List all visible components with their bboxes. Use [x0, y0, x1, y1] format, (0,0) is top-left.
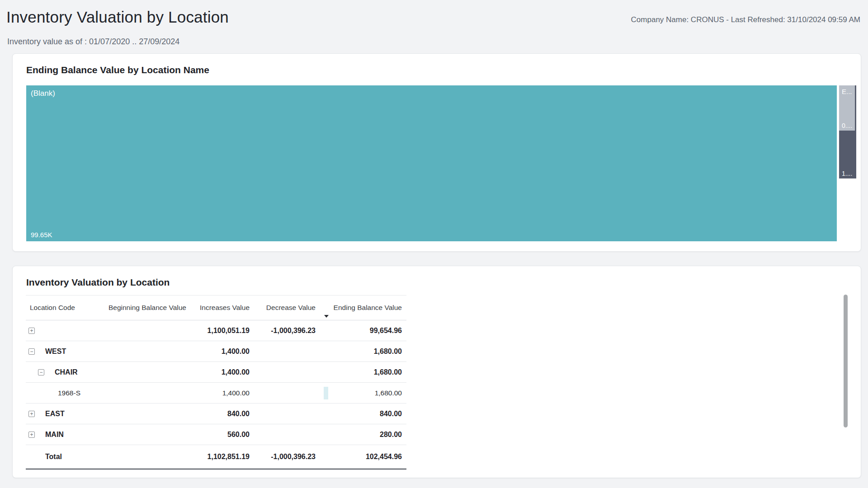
decrease-value	[250, 341, 316, 361]
column-header-ending-balance[interactable]: Ending Balance Value	[316, 295, 402, 320]
column-header-label: Ending Balance Value	[334, 304, 402, 312]
page-title: Inventory Valuation by Location	[6, 8, 229, 26]
treemap-block-value: 99.65K	[31, 231, 832, 239]
table-row[interactable]: + EAST 840.00 840.00	[26, 404, 406, 424]
report-page: Inventory Valuation by Location Inventor…	[0, 0, 868, 488]
collapse-icon[interactable]: −	[28, 348, 35, 355]
treemap-chart: (Blank) 99.65K W... 1.... E... 0....	[26, 85, 861, 241]
ending-balance-value: 1,680.00	[316, 362, 402, 382]
increases-value: 560.00	[186, 424, 250, 445]
ending-balance-value: 99,654.96	[316, 320, 402, 341]
treemap-title: Ending Balance Value by Location Name	[26, 65, 209, 75]
item-number: 1968-S	[58, 389, 80, 397]
expand-icon[interactable]: +	[28, 411, 35, 417]
beginning-balance-value	[86, 362, 186, 382]
location-code: WEST	[45, 347, 66, 356]
matrix-card: Inventory Valuation by Location Location…	[12, 266, 861, 478]
table-row[interactable]: + MAIN 560.00 280.00	[26, 424, 406, 445]
item-category: CHAIR	[55, 368, 78, 376]
treemap-block-label: (Blank)	[31, 89, 832, 98]
vertical-scrollbar[interactable]	[844, 295, 848, 427]
total-row: Total 1,102,851.19 -1,000,396.23 102,454…	[26, 445, 406, 469]
ending-balance-value: 1,680.00	[316, 341, 402, 361]
beginning-balance-value	[86, 383, 186, 403]
decrease-value	[250, 424, 316, 445]
data-bar	[324, 387, 328, 399]
ending-balance-cell: 1,680.00	[316, 383, 402, 403]
company-refresh-info: Company Name: CRONUS - Last Refreshed: 3…	[631, 15, 860, 24]
matrix-header-row: Location Code Beginning Balance Value In…	[26, 295, 406, 320]
location-code: EAST	[45, 410, 65, 418]
ending-balance-value: 280.00	[316, 424, 402, 445]
decrease-value	[250, 404, 316, 424]
matrix-body: + 1,100,051.19 -1,000,396.23 99,654.96 −…	[26, 320, 406, 469]
ending-balance-value: 1,680.00	[375, 389, 402, 397]
matrix-title: Inventory Valuation by Location	[26, 277, 170, 288]
treemap-block-value: 1....	[842, 170, 854, 177]
treemap-right-column: W... 1.... E... 0....	[839, 85, 861, 241]
increases-value: 1,400.00	[186, 362, 250, 382]
beginning-balance-value	[86, 341, 186, 361]
treemap-block-east[interactable]: E... 0....	[839, 85, 855, 131]
total-beginning-balance	[86, 445, 186, 469]
increases-value: 1,400.00	[186, 383, 250, 403]
treemap-block-blank[interactable]: (Blank) 99.65K	[26, 85, 837, 241]
increases-value: 1,100,051.19	[186, 320, 250, 341]
total-decrease: -1,000,396.23	[250, 445, 316, 469]
total-ending-balance: 102,454.96	[316, 445, 402, 469]
decrease-value	[250, 362, 316, 382]
table-row[interactable]: + 1,100,051.19 -1,000,396.23 99,654.96	[26, 320, 406, 341]
increases-value: 840.00	[186, 404, 250, 424]
treemap-block-label: E...	[842, 88, 852, 95]
total-label: Total	[26, 445, 86, 469]
ending-balance-value: 840.00	[316, 404, 402, 424]
beginning-balance-value	[86, 404, 186, 424]
increases-value: 1,400.00	[186, 341, 250, 361]
treemap-card: Ending Balance Value by Location Name (B…	[12, 53, 861, 252]
table-row[interactable]: − WEST 1,400.00 1,680.00	[26, 341, 406, 362]
column-header-increases[interactable]: Increases Value	[186, 295, 250, 320]
beginning-balance-value	[86, 320, 186, 341]
column-header-location-code[interactable]: Location Code	[26, 295, 86, 320]
expand-icon[interactable]: +	[28, 432, 35, 438]
treemap-block-value: 0....	[842, 122, 852, 129]
table-row[interactable]: − CHAIR 1,400.00 1,680.00	[26, 362, 406, 383]
collapse-icon[interactable]: −	[38, 369, 44, 375]
page-subtitle: Inventory value as of : 01/07/2020 .. 27…	[7, 37, 179, 47]
decrease-value	[250, 383, 316, 403]
expand-icon[interactable]: +	[28, 328, 35, 334]
decrease-value: -1,000,396.23	[250, 320, 316, 341]
column-header-beginning-balance[interactable]: Beginning Balance Value	[86, 295, 186, 320]
total-increases: 1,102,851.19	[186, 445, 250, 469]
location-code: MAIN	[45, 431, 64, 439]
sort-descending-icon	[324, 315, 329, 318]
table-row[interactable]: 1968-S 1,400.00 1,680.00	[26, 383, 406, 404]
beginning-balance-value	[86, 424, 186, 445]
column-header-decrease[interactable]: Decrease Value	[250, 295, 316, 320]
